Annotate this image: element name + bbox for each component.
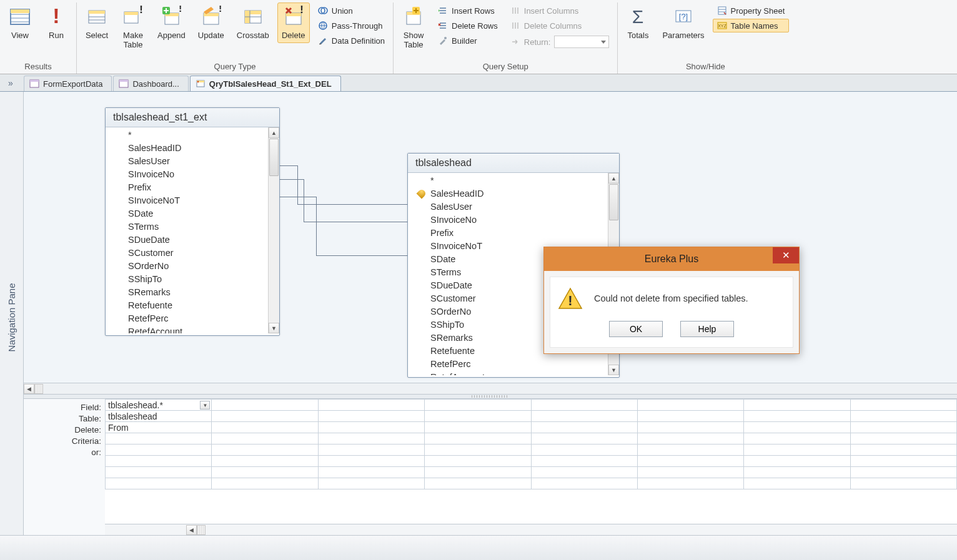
field-item[interactable]: RetefPerc xyxy=(107,312,279,325)
scroll-up-icon[interactable]: ▲ xyxy=(608,173,619,184)
propsheet-button[interactable]: Property Sheet xyxy=(713,4,790,17)
grid-cell[interactable] xyxy=(318,433,424,445)
grid-cell[interactable] xyxy=(212,411,318,422)
scroll-thumb[interactable] xyxy=(269,139,279,176)
select-button[interactable]: Select xyxy=(81,2,113,43)
deleterows-button[interactable]: Delete Rows xyxy=(434,19,502,32)
field-item[interactable]: Retefuente xyxy=(107,299,279,312)
grid-cell[interactable] xyxy=(637,422,743,433)
field-item[interactable]: * xyxy=(107,129,279,142)
grid-cell[interactable] xyxy=(425,433,531,445)
scroll-thumb[interactable] xyxy=(609,184,618,220)
grid-cell[interactable] xyxy=(531,400,637,411)
grid-cell[interactable] xyxy=(637,400,743,411)
field-item[interactable]: SRemarks xyxy=(107,286,279,299)
grid-cell[interactable] xyxy=(531,456,637,467)
grid-cell[interactable] xyxy=(106,456,212,467)
grid-cell[interactable] xyxy=(531,467,637,478)
grid-cell-field-0[interactable]: tblsaleshead.*▼ xyxy=(106,400,212,411)
grid-cell[interactable] xyxy=(531,478,637,489)
grid-cell[interactable] xyxy=(318,445,424,456)
tab-dashboard[interactable]: Dashboard... xyxy=(113,76,188,91)
pane-splitter[interactable] xyxy=(24,394,957,399)
field-item[interactable]: SDate xyxy=(107,207,279,220)
field-item[interactable]: RetefPerc xyxy=(409,358,619,371)
field-item[interactable]: SalesUser xyxy=(107,155,279,168)
field-item[interactable]: RetefAccount xyxy=(409,371,619,375)
grid-cell[interactable] xyxy=(744,478,850,489)
grid-cell[interactable] xyxy=(850,478,956,489)
grid-cell[interactable] xyxy=(744,445,850,456)
scroll-down-icon[interactable]: ▼ xyxy=(269,323,279,333)
grid-cell[interactable] xyxy=(318,456,424,467)
tab-qrytblsaleshead[interactable]: QryTblSalesHead_St1_Ext_DEL xyxy=(190,76,341,91)
grid-cell[interactable] xyxy=(212,422,318,433)
grid-cell[interactable] xyxy=(212,400,318,411)
builder-button[interactable]: Builder xyxy=(434,34,502,47)
grid-cell[interactable] xyxy=(212,433,318,445)
grid-cell[interactable] xyxy=(637,411,743,422)
query-design-canvas[interactable]: tblsaleshead_st1_ext *SalesHeadIDSalesUs… xyxy=(24,92,957,394)
field-item[interactable]: SOrderNo xyxy=(107,260,279,273)
maketable-button[interactable]: ! Make Table xyxy=(117,2,149,52)
crosstab-button[interactable]: Crosstab xyxy=(232,2,274,43)
grid-cell[interactable] xyxy=(212,445,318,456)
field-item[interactable]: SShipTo xyxy=(107,273,279,286)
grid-cell[interactable] xyxy=(850,445,956,456)
grid-cell[interactable] xyxy=(212,467,318,478)
field-item[interactable]: SInvoiceNo xyxy=(107,168,279,181)
totals-button[interactable]: Σ Totals xyxy=(622,2,654,43)
grid-cell[interactable] xyxy=(425,456,531,467)
scroll-down-icon[interactable]: ▼ xyxy=(608,365,619,375)
grid-cell[interactable] xyxy=(637,433,743,445)
grid-cell[interactable] xyxy=(850,456,956,467)
field-item[interactable]: SalesUser xyxy=(409,200,619,214)
grid-cell[interactable] xyxy=(531,433,637,445)
field-item[interactable]: SInvoiceNo xyxy=(409,214,619,227)
grid-cell[interactable] xyxy=(425,422,531,433)
grid-cell[interactable] xyxy=(744,456,850,467)
field-item[interactable]: RetefAccount xyxy=(107,325,279,333)
grid-cell[interactable] xyxy=(850,433,956,445)
delete-button[interactable]: ! Delete xyxy=(277,2,310,43)
grid-cell[interactable] xyxy=(637,467,743,478)
dialog-ok-button[interactable]: OK xyxy=(609,321,663,337)
field-item[interactable]: STerms xyxy=(107,220,279,233)
navpane-toggle[interactable]: » xyxy=(4,77,17,89)
field-list[interactable]: *SalesHeadIDSalesUserSInvoiceNoPrefixSIn… xyxy=(106,127,279,333)
grid-cell[interactable] xyxy=(531,411,637,422)
grid-cell[interactable] xyxy=(744,400,850,411)
field-item[interactable]: Prefix xyxy=(409,227,619,240)
update-button[interactable]: ! Update xyxy=(194,2,229,43)
grid-cell[interactable] xyxy=(850,467,956,478)
dialog-help-button[interactable]: Help xyxy=(680,321,734,337)
scroll-left-icon[interactable]: ◀ xyxy=(186,525,197,535)
field-item[interactable]: Prefix xyxy=(107,181,279,194)
grid-cell[interactable] xyxy=(318,478,424,489)
field-item[interactable]: SalesHeadID xyxy=(107,142,279,155)
grid-cell[interactable] xyxy=(531,445,637,456)
scroll-left-icon[interactable]: ◀ xyxy=(24,384,34,394)
grid-cell[interactable] xyxy=(106,478,212,489)
scroll-track[interactable] xyxy=(34,384,43,394)
field-item[interactable]: * xyxy=(409,174,619,187)
grid-cell[interactable] xyxy=(637,478,743,489)
grid-cell[interactable] xyxy=(425,478,531,489)
grid-cell[interactable] xyxy=(106,445,212,456)
grid-cell[interactable] xyxy=(744,433,850,445)
grid-cell[interactable] xyxy=(106,433,212,445)
grid-cell[interactable] xyxy=(850,400,956,411)
scrollbar[interactable]: ▲ ▼ xyxy=(268,127,279,333)
dialog-titlebar[interactable]: Eureka Plus ✕ xyxy=(544,247,799,271)
grid-cell[interactable] xyxy=(212,456,318,467)
grid-cells[interactable]: tblsaleshead.*▼ tblsaleshead From ◀ xyxy=(105,399,957,535)
grid-cell[interactable] xyxy=(850,422,956,433)
showtable-button[interactable]: Show Table xyxy=(397,2,430,52)
grid-cell[interactable] xyxy=(318,422,424,433)
navigation-pane[interactable]: Navigation Pane xyxy=(0,74,24,560)
grid-cell[interactable] xyxy=(744,422,850,433)
append-button[interactable]: ! Append xyxy=(153,2,190,43)
run-button[interactable]: ! Run xyxy=(40,2,72,43)
grid-cell[interactable] xyxy=(425,445,531,456)
grid-cell-table-0[interactable]: tblsaleshead xyxy=(106,411,212,422)
